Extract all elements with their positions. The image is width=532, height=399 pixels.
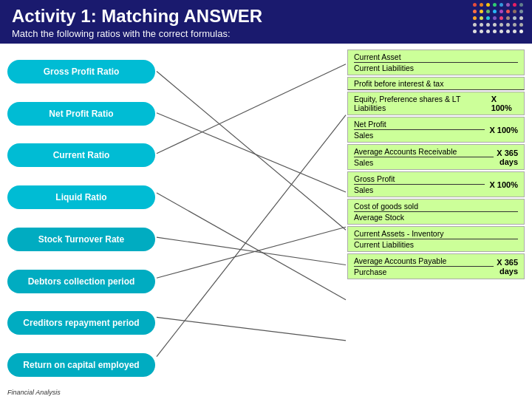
svg-line-7 (157, 115, 346, 357)
page-title: Activity 1: Matching ANSWER (12, 6, 520, 27)
gp-fraction: Gross Profit Sales X 100% (354, 174, 518, 194)
cogs-numerator: Cost of goods sold (354, 202, 518, 212)
formula-debtors-collection: Average Accounts Receivable Sales X 365d… (347, 144, 525, 170)
ap-numerator: Average Accounts Payable (354, 256, 494, 267)
connector-lines-svg (155, 50, 347, 384)
gross-profit-ratio-label: Gross Profit Ratio (7, 60, 155, 83)
subtitle: Match the following ratios with the corr… (12, 28, 520, 39)
formula-current-liabilities: Current Liabilities (354, 63, 518, 72)
net-profit-x100: X 100% (489, 126, 518, 134)
formula-equity-row: Equity, Preference shares & LT Liabiliti… (354, 95, 518, 112)
formula-equity-text: Equity, Preference shares & LT Liabiliti… (354, 95, 487, 112)
debtors-collection-period-label: Debtors collection period (7, 270, 155, 293)
svg-line-2 (157, 64, 346, 154)
cogs-denominator: Average Stock (354, 212, 518, 222)
net-profit-numerator: Net Profit (354, 120, 485, 130)
formula-x100-roce: X 100% (491, 95, 518, 112)
ar-fraction: Average Accounts Receivable Sales X 365d… (354, 147, 518, 167)
formula-return-capital: Equity, Preference shares & LT Liabiliti… (347, 92, 525, 115)
ap-denominator: Purchase (354, 267, 494, 276)
header: Activity 1: Matching ANSWER Match the fo… (0, 0, 532, 44)
formula-current-asset: Current Asset (354, 52, 518, 63)
gp-fraction-part: Gross Profit Sales (354, 174, 485, 194)
dot-pattern-decoration (473, 3, 525, 35)
ar-numerator: Average Accounts Receivable (354, 147, 494, 157)
ar-denominator: Sales (354, 157, 494, 167)
left-column: Gross Profit Ratio Net Profit Ratio Curr… (7, 50, 155, 384)
ar-x365: X 365days (497, 149, 518, 166)
current-ratio-label: Current Ratio (7, 143, 155, 167)
net-profit-denominator: Sales (354, 130, 485, 140)
formula-gross-profit: Gross Profit Sales X 100% (347, 171, 525, 197)
ar-fraction-part: Average Accounts Receivable Sales (354, 147, 494, 167)
gp-denominator: Sales (354, 185, 485, 194)
creditors-repayment-period-label: Creditors repayment period (7, 311, 155, 335)
ca-inventory-numerator: Current Assets - Inventory (354, 229, 518, 239)
stock-turnover-rate-label: Stock Turnover Rate (7, 228, 155, 251)
gp-x100: X 100% (489, 180, 518, 189)
liquid-ratio-label: Liquid Ratio (7, 185, 155, 209)
svg-line-1 (157, 113, 346, 192)
formula-net-profit: Net Profit Sales X 100% (347, 117, 525, 143)
right-panel: Current Asset Current Liabilities Profit… (347, 50, 525, 384)
ap-fraction: Average Accounts Payable Purchase X 365d… (354, 256, 518, 276)
connector-lines-area (155, 50, 347, 384)
net-profit-fraction-part: Net Profit Sales (354, 120, 485, 140)
svg-line-4 (157, 237, 346, 265)
ap-x365: X 365days (497, 258, 518, 276)
svg-line-3 (157, 193, 346, 300)
main-content: Gross Profit Ratio Net Profit Ratio Curr… (0, 44, 532, 387)
svg-line-5 (157, 227, 346, 278)
footer-text: Financial Analysis (7, 389, 61, 396)
net-profit-fraction: Net Profit Sales X 100% (354, 120, 518, 140)
formula-current-ratio: Current Asset Current Liabilities (347, 50, 525, 75)
formula-liquid-ratio: Current Assets - Inventory Current Liabi… (347, 226, 525, 252)
ap-fraction-part: Average Accounts Payable Purchase (354, 256, 494, 276)
formula-creditors-repayment: Average Accounts Payable Purchase X 365d… (347, 253, 525, 279)
formula-stock-turnover: Cost of goods sold Average Stock (347, 199, 525, 225)
ca-inventory-denominator: Current Liabilities (354, 239, 518, 249)
net-profit-ratio-label: Net Profit Ratio (7, 102, 155, 126)
gp-numerator: Gross Profit (354, 174, 485, 185)
return-on-capital-employed-label: Return on capital employed (7, 353, 155, 377)
formula-profit-before-tax: Profit before interest & tax (347, 77, 525, 90)
